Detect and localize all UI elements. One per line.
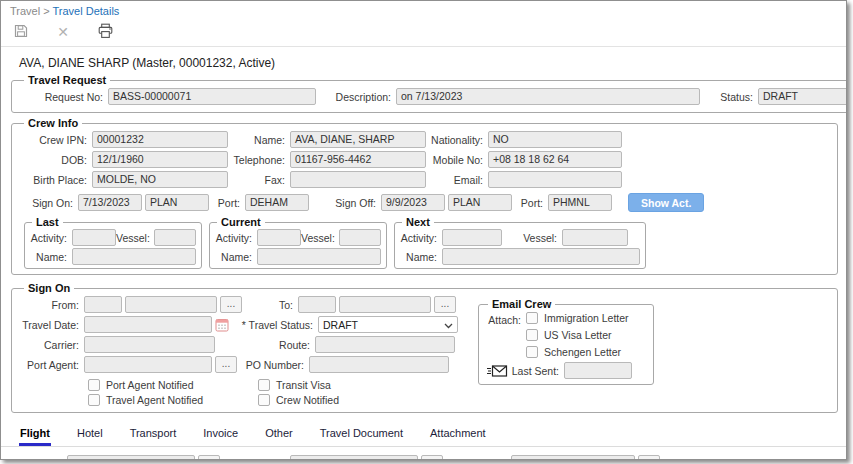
last-sent-label: Last Sent: bbox=[508, 365, 564, 377]
pref-class-field[interactable]: BUSINESS bbox=[511, 455, 635, 460]
from-code-field[interactable] bbox=[84, 296, 122, 313]
tab-invoice[interactable]: Invoice bbox=[202, 425, 239, 446]
transit-visa-label: Transit Visa bbox=[270, 379, 331, 391]
printer-icon bbox=[97, 23, 114, 42]
print-button[interactable] bbox=[95, 23, 115, 41]
route-label: Route: bbox=[215, 339, 315, 351]
travel-date-label: Travel Date: bbox=[20, 319, 84, 331]
sign-on-port-field[interactable]: DEHAM bbox=[245, 194, 309, 211]
birth-place-field[interactable]: MOLDE, NO bbox=[92, 171, 228, 188]
travel-date-field[interactable] bbox=[84, 316, 212, 333]
email-field[interactable] bbox=[488, 171, 622, 188]
travel-agent-notified-checkbox[interactable] bbox=[88, 394, 100, 406]
last-name-field[interactable] bbox=[72, 248, 196, 265]
last-activity-field[interactable] bbox=[72, 229, 116, 246]
telephone-field[interactable]: 01167-956-4462 bbox=[290, 151, 426, 168]
tab-hotel[interactable]: Hotel bbox=[76, 425, 104, 446]
dob-field[interactable]: 12/1/1960 bbox=[92, 151, 228, 168]
port-agent-notified-checkbox[interactable] bbox=[88, 379, 100, 391]
current-legend: Current bbox=[217, 216, 265, 228]
from-name-field[interactable] bbox=[125, 296, 217, 313]
schengen-letter-checkbox[interactable] bbox=[526, 346, 538, 358]
current-name-field[interactable] bbox=[257, 248, 381, 265]
immigration-letter-label: Immigration Letter bbox=[538, 312, 629, 324]
birth-place-label: Birth Place: bbox=[20, 174, 92, 186]
travel-request-legend: Travel Request bbox=[24, 74, 110, 86]
tab-transport[interactable]: Transport bbox=[129, 425, 178, 446]
calendar-icon[interactable] bbox=[215, 317, 229, 332]
crew-notified-label: Crew Notified bbox=[270, 394, 339, 406]
fax-field[interactable] bbox=[290, 171, 426, 188]
tab-other[interactable]: Other bbox=[264, 425, 294, 446]
tab-bar: Flight Hotel Transport Invoice Other Tra… bbox=[1, 418, 846, 447]
to-lookup-button[interactable]: ... bbox=[434, 296, 456, 313]
ticket-type-lookup-button[interactable]: ... bbox=[421, 455, 443, 460]
last-activity-section: Last Activity: Vessel: Name: bbox=[24, 216, 202, 269]
port-agent-label: Port Agent: bbox=[20, 359, 84, 371]
to-name-field[interactable] bbox=[339, 296, 431, 313]
sign-off-status-field[interactable]: PLAN bbox=[448, 194, 512, 211]
show-act-button[interactable]: Show Act. bbox=[628, 193, 704, 212]
us-visa-letter-label: US Visa Letter bbox=[538, 329, 612, 341]
sign-on-status-field[interactable]: PLAN bbox=[145, 194, 209, 211]
breadcrumb-current[interactable]: Travel Details bbox=[53, 5, 120, 17]
current-activity-field[interactable] bbox=[257, 229, 301, 246]
email-crew-section: Email Crew Attach: Immigration Letter US… bbox=[478, 298, 654, 385]
email-crew-legend: Email Crew bbox=[488, 298, 555, 310]
next-name-label: Name: bbox=[400, 251, 442, 263]
flight-panel: Travel Agent: ... Ticket Type: ONE WAY .… bbox=[1, 447, 846, 460]
crew-ipn-label: Crew IPN: bbox=[20, 134, 92, 146]
nationality-field[interactable]: NO bbox=[488, 131, 622, 148]
sign-off-port-field[interactable]: PHMNL bbox=[548, 194, 612, 211]
chevron-down-icon bbox=[444, 319, 453, 331]
close-button[interactable]: ✕ bbox=[53, 23, 73, 41]
request-no-field[interactable]: BASS-00000071 bbox=[108, 88, 316, 105]
crew-notified-checkbox[interactable] bbox=[258, 394, 270, 406]
save-button[interactable] bbox=[11, 23, 31, 41]
next-activity-label: Activity: bbox=[400, 232, 442, 244]
crew-info-legend: Crew Info bbox=[24, 117, 82, 129]
us-visa-letter-checkbox[interactable] bbox=[526, 329, 538, 341]
port-agent-lookup-button[interactable]: ... bbox=[215, 356, 237, 373]
name-field[interactable]: AVA, DIANE, SHARP bbox=[290, 131, 426, 148]
from-lookup-button[interactable]: ... bbox=[220, 296, 242, 313]
current-vessel-field[interactable] bbox=[339, 229, 381, 246]
last-vessel-field[interactable] bbox=[154, 229, 196, 246]
ticket-type-label: Ticket Type: bbox=[220, 458, 290, 461]
sign-off-date-field[interactable]: 9/9/2023 bbox=[381, 194, 445, 211]
breadcrumb-root[interactable]: Travel bbox=[10, 5, 40, 17]
travel-status-value: DRAFT bbox=[323, 319, 358, 331]
travel-status-select[interactable]: DRAFT bbox=[318, 316, 458, 333]
description-field[interactable]: on 7/13/2023 bbox=[396, 88, 700, 105]
route-field[interactable] bbox=[315, 336, 455, 353]
ticket-type-field[interactable]: ONE WAY bbox=[290, 455, 418, 460]
travel-agent-lookup-button[interactable]: ... bbox=[198, 455, 220, 460]
to-code-field[interactable] bbox=[298, 296, 336, 313]
status-label: Status: bbox=[700, 91, 758, 103]
tab-attachment[interactable]: Attachment bbox=[429, 425, 487, 446]
next-activity-field[interactable] bbox=[442, 229, 502, 246]
sign-on-port-label: Port: bbox=[209, 197, 245, 209]
travel-agent-field[interactable] bbox=[67, 455, 195, 460]
port-agent-field[interactable] bbox=[84, 356, 212, 373]
immigration-letter-checkbox[interactable] bbox=[526, 312, 538, 324]
mobile-no-field[interactable]: +08 18 18 62 64 bbox=[488, 151, 622, 168]
tab-travel-document[interactable]: Travel Document bbox=[319, 425, 404, 446]
from-label: From: bbox=[20, 299, 84, 311]
telephone-label: Telephone: bbox=[228, 154, 290, 166]
carrier-field[interactable] bbox=[84, 336, 215, 353]
last-sent-field[interactable] bbox=[564, 362, 632, 379]
next-vessel-field[interactable] bbox=[562, 229, 628, 246]
next-name-field[interactable] bbox=[442, 248, 640, 265]
po-number-field[interactable] bbox=[309, 356, 449, 373]
pref-class-lookup-button[interactable]: ... bbox=[638, 455, 660, 460]
request-no-label: Request No: bbox=[20, 91, 108, 103]
sign-on-legend: Sign On bbox=[24, 282, 74, 294]
tab-flight[interactable]: Flight bbox=[19, 425, 51, 446]
status-field[interactable]: DRAFT bbox=[758, 88, 847, 105]
crew-ipn-field[interactable]: 00001232 bbox=[92, 131, 228, 148]
sign-on-date-field[interactable]: 7/13/2023 bbox=[78, 194, 142, 211]
transit-visa-checkbox[interactable] bbox=[258, 379, 270, 391]
dob-label: DOB: bbox=[20, 154, 92, 166]
send-email-icon[interactable] bbox=[486, 363, 508, 379]
